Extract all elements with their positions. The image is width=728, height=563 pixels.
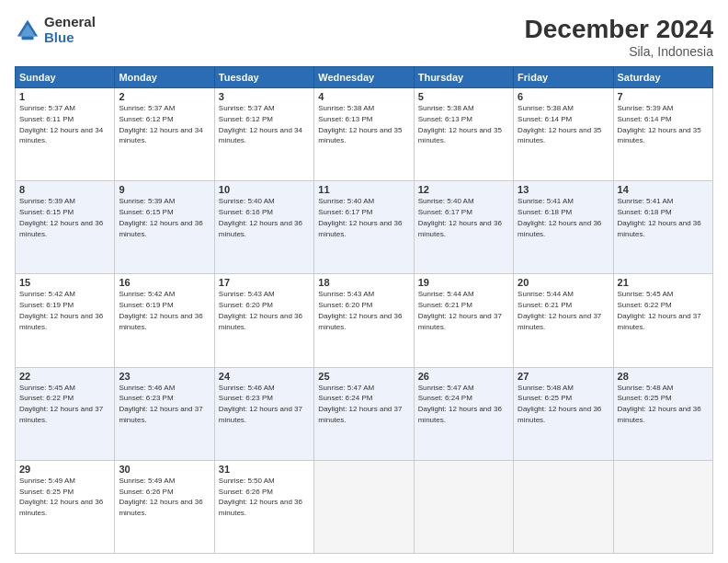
day-info: Sunrise: 5:45 AMSunset: 6:22 PMDaylight:… [19, 384, 103, 424]
list-item: 23Sunrise: 5:46 AMSunset: 6:23 PMDayligh… [115, 367, 214, 460]
svg-rect-2 [21, 36, 33, 40]
day-number: 26 [418, 371, 509, 382]
list-item: 17Sunrise: 5:43 AMSunset: 6:20 PMDayligh… [214, 274, 313, 367]
day-number: 21 [618, 277, 709, 288]
day-number: 8 [19, 184, 110, 195]
day-number: 31 [219, 464, 310, 475]
day-number: 11 [318, 184, 409, 195]
list-item: 19Sunrise: 5:44 AMSunset: 6:21 PMDayligh… [414, 274, 513, 367]
day-number: 9 [119, 184, 210, 195]
day-number: 2 [119, 91, 210, 102]
calendar-table: Sunday Monday Tuesday Wednesday Thursday… [15, 66, 713, 554]
day-number: 16 [119, 277, 210, 288]
list-item: 29Sunrise: 5:49 AMSunset: 6:25 PMDayligh… [16, 460, 115, 553]
header-row: Sunday Monday Tuesday Wednesday Thursday… [16, 67, 713, 88]
list-item: 21Sunrise: 5:45 AMSunset: 6:22 PMDayligh… [613, 274, 712, 367]
list-item: 15Sunrise: 5:42 AMSunset: 6:19 PMDayligh… [16, 274, 115, 367]
day-number: 14 [618, 184, 709, 195]
list-item: 25Sunrise: 5:47 AMSunset: 6:24 PMDayligh… [314, 367, 414, 460]
day-number: 4 [318, 91, 409, 102]
day-info: Sunrise: 5:47 AMSunset: 6:24 PMDaylight:… [418, 384, 502, 424]
col-monday: Monday [115, 67, 214, 88]
day-number: 12 [418, 184, 509, 195]
day-number: 1 [19, 91, 110, 102]
day-info: Sunrise: 5:37 AMSunset: 6:12 PMDaylight:… [219, 104, 302, 144]
day-number: 19 [418, 277, 509, 288]
day-info: Sunrise: 5:40 AMSunset: 6:17 PMDaylight:… [318, 197, 402, 237]
list-item: 31Sunrise: 5:50 AMSunset: 6:26 PMDayligh… [214, 460, 313, 553]
day-info: Sunrise: 5:45 AMSunset: 6:22 PMDaylight:… [618, 290, 701, 330]
list-item: 28Sunrise: 5:48 AMSunset: 6:25 PMDayligh… [613, 367, 712, 460]
list-item [314, 460, 414, 553]
list-item: 5Sunrise: 5:38 AMSunset: 6:13 PMDaylight… [414, 88, 513, 181]
col-sunday: Sunday [16, 67, 115, 88]
list-item: 26Sunrise: 5:47 AMSunset: 6:24 PMDayligh… [414, 367, 513, 460]
col-wednesday: Wednesday [314, 67, 414, 88]
day-info: Sunrise: 5:43 AMSunset: 6:20 PMDaylight:… [318, 290, 402, 330]
list-item: 3Sunrise: 5:37 AMSunset: 6:12 PMDaylight… [214, 88, 313, 181]
table-row: 22Sunrise: 5:45 AMSunset: 6:22 PMDayligh… [16, 367, 713, 460]
list-item: 2Sunrise: 5:37 AMSunset: 6:12 PMDaylight… [115, 88, 214, 181]
day-number: 3 [219, 91, 310, 102]
col-thursday: Thursday [414, 67, 513, 88]
title-month-year: December 2024 [525, 15, 713, 44]
list-item: 8Sunrise: 5:39 AMSunset: 6:15 PMDaylight… [16, 181, 115, 274]
list-item: 30Sunrise: 5:49 AMSunset: 6:26 PMDayligh… [115, 460, 214, 553]
day-info: Sunrise: 5:46 AMSunset: 6:23 PMDaylight:… [219, 384, 302, 424]
list-item: 11Sunrise: 5:40 AMSunset: 6:17 PMDayligh… [314, 181, 414, 274]
col-tuesday: Tuesday [214, 67, 313, 88]
list-item: 16Sunrise: 5:42 AMSunset: 6:19 PMDayligh… [115, 274, 214, 367]
list-item: 22Sunrise: 5:45 AMSunset: 6:22 PMDayligh… [16, 367, 115, 460]
day-number: 29 [19, 464, 110, 475]
list-item: 24Sunrise: 5:46 AMSunset: 6:23 PMDayligh… [214, 367, 313, 460]
day-info: Sunrise: 5:38 AMSunset: 6:13 PMDaylight:… [318, 104, 402, 144]
header: General Blue December 2024 Sila, Indones… [15, 15, 713, 59]
day-info: Sunrise: 5:42 AMSunset: 6:19 PMDaylight:… [119, 290, 202, 330]
day-number: 24 [219, 371, 310, 382]
list-item: 9Sunrise: 5:39 AMSunset: 6:15 PMDaylight… [115, 181, 214, 274]
day-number: 23 [119, 371, 210, 382]
logo-blue: Blue [44, 30, 96, 46]
day-info: Sunrise: 5:44 AMSunset: 6:21 PMDaylight:… [418, 290, 502, 330]
list-item [414, 460, 513, 553]
day-number: 6 [518, 91, 609, 102]
calendar-page: General Blue December 2024 Sila, Indones… [0, 0, 728, 563]
list-item: 1Sunrise: 5:37 AMSunset: 6:11 PMDaylight… [16, 88, 115, 181]
day-info: Sunrise: 5:37 AMSunset: 6:12 PMDaylight:… [119, 104, 202, 144]
col-friday: Friday [514, 67, 613, 88]
list-item: 18Sunrise: 5:43 AMSunset: 6:20 PMDayligh… [314, 274, 414, 367]
list-item: 12Sunrise: 5:40 AMSunset: 6:17 PMDayligh… [414, 181, 513, 274]
day-info: Sunrise: 5:37 AMSunset: 6:11 PMDaylight:… [19, 104, 103, 144]
day-info: Sunrise: 5:41 AMSunset: 6:18 PMDaylight:… [518, 197, 601, 237]
list-item: 13Sunrise: 5:41 AMSunset: 6:18 PMDayligh… [514, 181, 613, 274]
day-number: 17 [219, 277, 310, 288]
logo-text: General Blue [44, 15, 96, 45]
logo: General Blue [15, 15, 96, 45]
day-info: Sunrise: 5:41 AMSunset: 6:18 PMDaylight:… [618, 197, 701, 237]
day-number: 30 [119, 464, 210, 475]
day-number: 22 [19, 371, 110, 382]
table-row: 8Sunrise: 5:39 AMSunset: 6:15 PMDaylight… [16, 181, 713, 274]
list-item: 4Sunrise: 5:38 AMSunset: 6:13 PMDaylight… [314, 88, 414, 181]
day-number: 7 [618, 91, 709, 102]
day-info: Sunrise: 5:48 AMSunset: 6:25 PMDaylight:… [518, 384, 601, 424]
list-item [613, 460, 712, 553]
logo-icon [15, 17, 40, 43]
day-info: Sunrise: 5:39 AMSunset: 6:14 PMDaylight:… [618, 104, 701, 144]
table-row: 1Sunrise: 5:37 AMSunset: 6:11 PMDaylight… [16, 88, 713, 181]
day-info: Sunrise: 5:48 AMSunset: 6:25 PMDaylight:… [618, 384, 701, 424]
day-info: Sunrise: 5:46 AMSunset: 6:23 PMDaylight:… [119, 384, 202, 424]
list-item: 7Sunrise: 5:39 AMSunset: 6:14 PMDaylight… [613, 88, 712, 181]
list-item: 10Sunrise: 5:40 AMSunset: 6:16 PMDayligh… [214, 181, 313, 274]
day-info: Sunrise: 5:39 AMSunset: 6:15 PMDaylight:… [19, 197, 103, 237]
day-info: Sunrise: 5:40 AMSunset: 6:16 PMDaylight:… [219, 197, 302, 237]
day-number: 25 [318, 371, 409, 382]
list-item: 27Sunrise: 5:48 AMSunset: 6:25 PMDayligh… [514, 367, 613, 460]
day-info: Sunrise: 5:39 AMSunset: 6:15 PMDaylight:… [119, 197, 202, 237]
day-info: Sunrise: 5:42 AMSunset: 6:19 PMDaylight:… [19, 290, 103, 330]
day-info: Sunrise: 5:49 AMSunset: 6:25 PMDaylight:… [19, 477, 103, 517]
day-number: 20 [518, 277, 609, 288]
day-info: Sunrise: 5:44 AMSunset: 6:21 PMDaylight:… [518, 290, 601, 330]
col-saturday: Saturday [613, 67, 712, 88]
day-info: Sunrise: 5:47 AMSunset: 6:24 PMDaylight:… [318, 384, 402, 424]
